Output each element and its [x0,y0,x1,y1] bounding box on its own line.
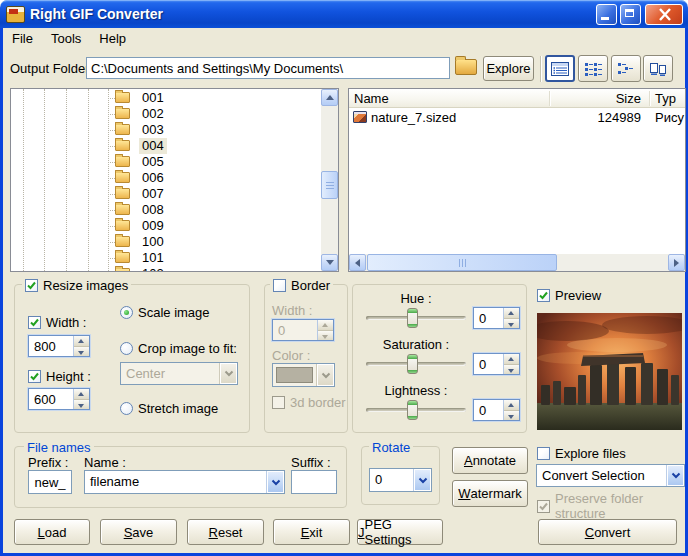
column-header-name[interactable]: Name [354,91,389,106]
border-3d-checkbox[interactable]: 3d border [272,395,346,410]
rotate-combo[interactable]: 0 [369,468,432,492]
minimize-button[interactable] [596,4,617,25]
preview-image [537,313,682,430]
tree-item[interactable]: 001 [11,90,321,106]
tree-item[interactable]: 008 [11,202,321,218]
scale-image-radio[interactable]: Scale image [120,305,210,320]
tree-item[interactable]: 009 [11,218,321,234]
list-scroll-left-button[interactable] [349,254,366,271]
spin-up-button[interactable] [504,354,519,365]
height-input[interactable] [29,389,73,409]
file-size: 124989 [551,110,641,125]
exit-button[interactable]: Exit [273,519,350,545]
convert-mode-combo[interactable]: Convert Selection [536,464,685,487]
chevron-down-icon[interactable] [266,471,284,493]
list-scroll-right-button[interactable] [668,254,685,271]
prefix-input[interactable] [28,470,72,494]
spin-down-button[interactable] [74,400,89,410]
save-button[interactable]: Save [100,519,177,545]
view-thumbnails-button[interactable] [643,55,673,82]
spin-up-button[interactable] [74,336,89,347]
browse-folder-button[interactable] [455,59,477,75]
view-list-button[interactable] [611,55,641,82]
border-color-label: Color : [272,348,310,363]
saturation-slider-thumb[interactable] [407,354,418,374]
folder-icon [115,188,130,199]
spin-down-button[interactable] [504,365,519,375]
spin-down-button[interactable] [318,331,333,341]
chevron-down-icon[interactable] [316,364,334,386]
spin-up-button[interactable] [504,400,519,411]
spin-down-button[interactable] [74,347,89,357]
checkbox-unchecked-icon [273,279,286,292]
explore-files-checkbox[interactable]: Explore files [537,446,626,461]
lightness-input[interactable] [474,400,503,420]
arrow-down-icon [326,260,334,265]
preview-checkbox[interactable]: Preview [537,288,601,303]
tree-item[interactable]: 005 [11,154,321,170]
tree-item[interactable]: 102 [11,266,321,272]
watermark-button[interactable]: Watermark [452,480,528,507]
crop-position-combo[interactable]: Center [120,362,238,385]
tree-item[interactable]: 003 [11,122,321,138]
toolbar-separator [540,56,541,82]
lightness-slider-thumb[interactable] [407,400,418,420]
view-report-button[interactable] [578,55,608,82]
menu-help[interactable]: Help [90,29,135,48]
height-checkbox[interactable]: Height : [28,369,91,384]
tree-item[interactable]: 100 [11,234,321,250]
maximize-button[interactable] [620,4,641,25]
tree-scroll-thumb[interactable] [321,171,338,199]
border-color-picker[interactable] [272,363,335,387]
tree-item-selected[interactable]: 004 [11,138,321,154]
file-row[interactable]: nature_7.sized 124989 Рису [349,108,685,126]
stretch-image-radio[interactable]: Stretch image [120,401,218,416]
menu-tools[interactable]: Tools [42,29,90,48]
spin-down-button[interactable] [504,411,519,421]
tree-scroll-down-button[interactable] [321,254,338,271]
menu-file[interactable]: File [3,29,42,48]
saturation-label: Saturation : [366,337,466,352]
spin-down-button[interactable] [504,319,519,329]
jpeg-settings-button[interactable]: JPEG Settings [357,519,443,545]
resize-images-checkbox[interactable]: Resize images [22,278,131,293]
tree-item[interactable]: 002 [11,106,321,122]
column-header-type[interactable]: Typ [655,91,676,106]
view-details-button[interactable] [545,55,575,82]
chevron-down-icon[interactable] [219,363,237,384]
spin-up-button[interactable] [74,389,89,400]
tree-scroll-up-button[interactable] [321,89,338,106]
tree-item[interactable]: 101 [11,250,321,266]
titlebar[interactable]: Right GIF Converter [0,0,688,28]
list-view-icon [616,61,636,77]
output-folder-input[interactable] [86,57,450,79]
tree-item[interactable]: 006 [11,170,321,186]
suffix-input[interactable] [291,470,337,494]
reset-button[interactable]: Reset [187,519,264,545]
crop-image-radio[interactable]: Crop image to fit: [120,341,237,356]
convert-button[interactable]: Convert [538,519,677,545]
spin-up-button[interactable] [504,308,519,319]
name-combo[interactable]: filename [84,470,285,494]
width-checkbox[interactable]: Width : [28,315,86,330]
chevron-down-icon[interactable] [666,465,684,486]
annotate-button[interactable]: Annotate [452,447,528,474]
column-header-size[interactable]: Size [551,91,641,106]
saturation-input[interactable] [474,354,503,374]
folder-icon [115,156,130,167]
border-checkbox[interactable]: Border [270,278,333,293]
width-input[interactable] [29,336,73,356]
preserve-folder-structure-checkbox[interactable]: Preserve folder structure [537,491,688,521]
close-button[interactable] [645,4,683,25]
hue-input[interactable] [474,308,503,328]
tree-item[interactable]: 007 [11,186,321,202]
load-button[interactable]: Load [14,519,90,545]
hue-slider-thumb[interactable] [407,308,418,328]
file-name: nature_7.sized [371,110,456,125]
border-width-input[interactable] [273,320,317,340]
list-scroll-thumb[interactable] [367,254,557,271]
chevron-down-icon[interactable] [413,469,431,491]
spin-up-button[interactable] [318,320,333,331]
stonehenge-preview-image [537,313,682,430]
explore-button[interactable]: Explore [483,56,534,81]
